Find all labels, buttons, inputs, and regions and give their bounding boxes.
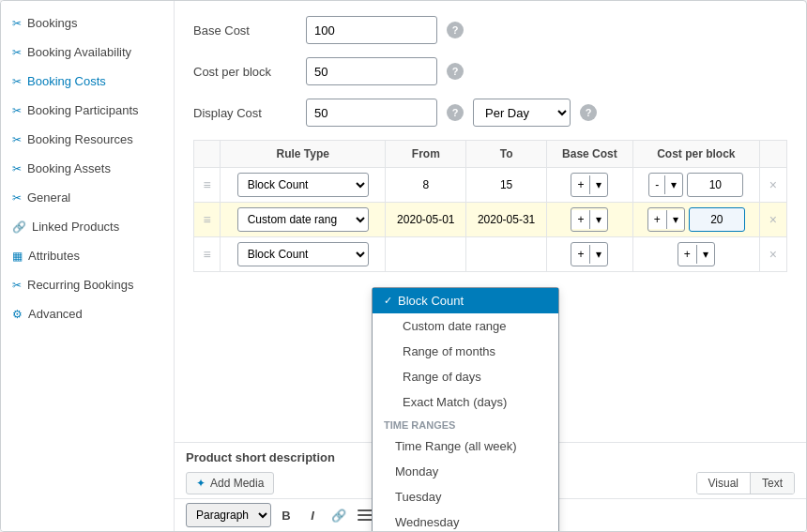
dropdown-item-label: Monday <box>395 464 438 479</box>
display-cost-row: Display Cost ? Per Day Per Block Per Per… <box>193 99 787 127</box>
sidebar-item-booking-availability[interactable]: ✂ Booking Availability <box>1 38 174 67</box>
dropdown-item-time-range-all[interactable]: Time Range (all week) <box>373 433 558 459</box>
dropdown-item-label: Range of months <box>403 344 495 358</box>
cost-per-block-sign-1[interactable]: - ▾ <box>648 173 683 197</box>
sidebar-item-recurring-bookings[interactable]: ✂ Recurring Bookings <box>1 270 174 299</box>
dropdown-item-range-days[interactable]: Range of days <box>373 364 558 389</box>
sidebar-item-bookings[interactable]: ✂ Bookings <box>1 8 174 38</box>
scissors-icon-5: ✂ <box>12 133 22 146</box>
cost-per-block-input-1[interactable] <box>687 173 743 197</box>
dropdown-item-label: Tuesday <box>395 490 441 504</box>
bold-button[interactable]: B <box>275 504 297 526</box>
base-cost-help-icon[interactable]: ? <box>447 22 464 38</box>
svg-rect-0 <box>358 509 373 511</box>
dropdown-item-custom-date[interactable]: Custom date range <box>373 313 558 339</box>
cost-sign-value-1: - <box>649 175 664 194</box>
cost-per-block-input[interactable] <box>306 57 437 85</box>
col-from: From <box>386 141 466 168</box>
dropdown-item-range-months[interactable]: Range of months <box>373 339 558 364</box>
dropdown-item-exact-match[interactable]: Exact Match (days) <box>373 389 558 415</box>
italic-button[interactable]: I <box>301 504 324 526</box>
display-cost-help-icon[interactable]: ? <box>447 104 464 121</box>
remove-row-2[interactable]: × <box>766 212 781 227</box>
link-icon: 🔗 <box>12 220 26 234</box>
display-cost-select[interactable]: Per Day Per Block Per Person <box>473 99 571 127</box>
base-cost-sign-value-1: + <box>571 175 589 194</box>
sidebar-item-advanced[interactable]: ⚙ Advanced <box>1 299 174 328</box>
display-cost-select-help-icon[interactable]: ? <box>580 104 597 121</box>
check-icon: ✓ <box>384 295 392 307</box>
dropdown-item-label: Custom date range <box>403 319 507 333</box>
link-icon-btn[interactable]: 🔗 <box>327 504 350 526</box>
scissors-icon-4: ✂ <box>12 104 22 117</box>
drag-handle-3[interactable]: ≡ <box>203 247 210 262</box>
base-cost-chevron-2[interactable]: ▾ <box>589 210 607 229</box>
gear-icon: ⚙ <box>12 308 23 321</box>
cost-sign-value-2: + <box>648 210 666 229</box>
cost-sign-chevron-3[interactable]: ▾ <box>696 245 714 264</box>
visual-button[interactable]: Visual <box>697 473 750 494</box>
cost-per-block-label: Cost per block <box>193 65 297 79</box>
main-content: Base Cost ? Cost per block ? Display Cos… <box>175 1 806 531</box>
rule-type-select-3[interactable]: Block Count <box>237 242 369 266</box>
svg-rect-1 <box>358 514 373 516</box>
base-cost-row: Base Cost ? <box>193 16 787 44</box>
col-remove <box>759 141 786 168</box>
base-cost-chevron-1[interactable]: ▾ <box>589 175 607 194</box>
cost-per-block-input-2[interactable] <box>689 207 745 232</box>
scissors-icon-8: ✂ <box>12 279 22 292</box>
sidebar-item-attributes[interactable]: ▦ Attributes <box>1 241 174 270</box>
sidebar-item-booking-costs[interactable]: ✂ Booking Costs <box>1 67 174 96</box>
dropdown-item-wednesday[interactable]: Wednesday <box>373 509 558 531</box>
base-cost-sign-3[interactable]: + ▾ <box>571 242 608 266</box>
rule-type-select-2[interactable]: Custom date rang <box>237 207 369 232</box>
cost-sign-value-3: + <box>678 245 696 264</box>
rule-type-dropdown: ✓ Block Count Custom date range Range of… <box>372 287 559 531</box>
dropdown-item-block-count[interactable]: ✓ Block Count <box>373 288 558 313</box>
col-to: To <box>466 141 547 168</box>
dropdown-item-label: Wednesday <box>395 515 459 529</box>
scissors-icon-3: ✂ <box>12 75 22 88</box>
base-cost-sign-value-2: + <box>571 210 589 229</box>
drag-handle-2[interactable]: ≡ <box>203 212 210 227</box>
col-drag <box>194 141 221 168</box>
cost-per-block-sign-2[interactable]: + ▾ <box>647 207 685 232</box>
dropdown-group-time-ranges: Time Ranges <box>373 415 558 433</box>
cost-sign-chevron-2[interactable]: ▾ <box>666 210 684 229</box>
base-cost-input[interactable] <box>306 16 437 44</box>
table-row: ≡ Block Count + ▾ <box>194 237 787 272</box>
sidebar-item-booking-assets[interactable]: ✂ Booking Assets <box>1 154 174 183</box>
base-cost-chevron-3[interactable]: ▾ <box>589 245 607 264</box>
sidebar-item-general[interactable]: ✂ General <box>1 183 174 212</box>
text-button[interactable]: Text <box>750 473 794 494</box>
add-media-label: Add Media <box>210 477 264 490</box>
to-value-2: 2020-05-31 <box>478 213 535 226</box>
rule-type-select-1[interactable]: Block Count <box>237 173 369 197</box>
dropdown-item-label: Block Count <box>398 294 464 308</box>
cost-sign-chevron-1[interactable]: ▾ <box>664 175 682 194</box>
cost-per-block-help-icon[interactable]: ? <box>447 63 464 80</box>
drag-handle[interactable]: ≡ <box>203 177 210 192</box>
svg-rect-2 <box>358 519 373 521</box>
remove-row-3[interactable]: × <box>766 247 781 262</box>
sidebar: ✂ Bookings ✂ Booking Availability ✂ Book… <box>1 1 175 531</box>
display-cost-input[interactable] <box>306 99 437 127</box>
main-container: ✂ Bookings ✂ Booking Availability ✂ Book… <box>0 0 807 532</box>
dropdown-item-tuesday[interactable]: Tuesday <box>373 484 558 509</box>
dropdown-item-label: Exact Match (days) <box>403 395 507 409</box>
visual-text-toggle: Visual Text <box>696 472 795 494</box>
sidebar-item-booking-resources[interactable]: ✂ Booking Resources <box>1 125 174 154</box>
sidebar-item-booking-participants[interactable]: ✂ Booking Participants <box>1 96 174 125</box>
add-media-icon: ✦ <box>196 477 206 490</box>
base-cost-sign-1[interactable]: + ▾ <box>571 173 608 197</box>
table-row: ≡ Block Count 8 15 + ▾ <box>194 168 787 203</box>
remove-row-1[interactable]: × <box>766 177 781 192</box>
paragraph-select[interactable]: Paragraph <box>186 503 271 527</box>
scissors-icon-6: ✂ <box>12 162 22 175</box>
add-media-button[interactable]: ✦ Add Media <box>186 472 274 494</box>
dropdown-item-monday[interactable]: Monday <box>373 459 558 484</box>
cost-per-block-sign-3[interactable]: + ▾ <box>678 242 715 266</box>
base-cost-sign-2[interactable]: + ▾ <box>571 207 608 232</box>
dropdown-item-label: Time Range (all week) <box>395 439 517 453</box>
sidebar-item-linked-products[interactable]: 🔗 Linked Products <box>1 212 174 241</box>
